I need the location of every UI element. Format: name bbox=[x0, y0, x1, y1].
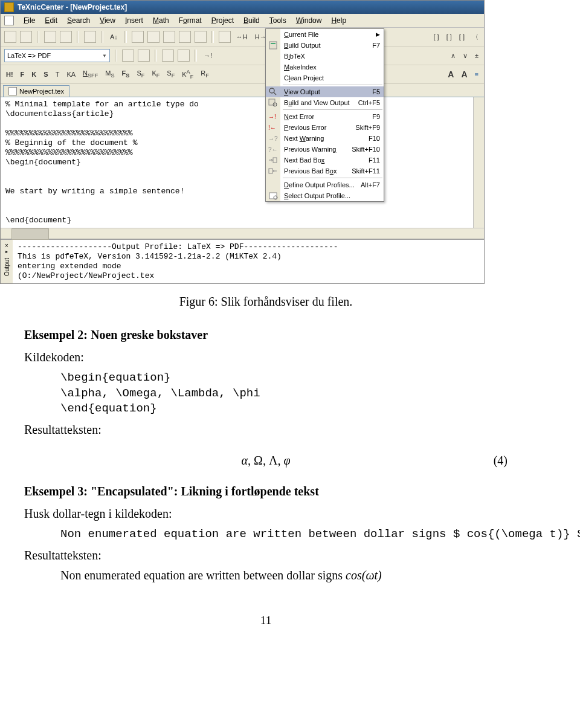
close-x-icon[interactable]: × bbox=[5, 242, 8, 249]
tool-find-icon[interactable] bbox=[4, 31, 16, 43]
equation-body: α, Ω, Λ, φ bbox=[242, 453, 291, 469]
equation-4: α, Ω, Λ, φ (4) bbox=[24, 453, 507, 469]
tool-view-output-icon[interactable] bbox=[162, 50, 174, 62]
math-rf[interactable]: RF bbox=[199, 69, 211, 79]
select-profile-icon bbox=[268, 191, 278, 201]
math-ms[interactable]: MS bbox=[103, 69, 116, 79]
tool-btn-b[interactable] bbox=[147, 31, 160, 43]
svg-rect-4 bbox=[269, 99, 275, 105]
tool-replace-icon[interactable] bbox=[44, 31, 56, 43]
output-tab-label: Output bbox=[4, 258, 10, 276]
output-profile-combo[interactable]: LaTeX => PDF ▼ bbox=[4, 49, 110, 62]
menu-window[interactable]: Window bbox=[291, 15, 327, 26]
tool-btn-e[interactable] bbox=[195, 31, 207, 43]
tool-pm-icon[interactable]: ± bbox=[473, 52, 480, 59]
tool-align-icon[interactable]: ≡ bbox=[473, 71, 480, 78]
menu-makeindex[interactable]: MakeIndex bbox=[266, 62, 384, 72]
tool-goto-icon[interactable] bbox=[60, 31, 72, 43]
scrollbar-vertical[interactable] bbox=[473, 97, 484, 228]
tool-build-all-icon[interactable] bbox=[138, 50, 150, 62]
output-panel[interactable]: --------------------Output Profile: LaTe… bbox=[13, 240, 484, 283]
menu-clean-project[interactable]: Clean Project bbox=[266, 72, 384, 83]
menu-build-and-view[interactable]: Build and View OutputCtrl+F5 bbox=[266, 97, 384, 108]
math-sf2[interactable]: SF bbox=[165, 69, 176, 79]
menu-next-error[interactable]: →! Next ErrorF9 bbox=[266, 111, 384, 122]
menu-tools[interactable]: Tools bbox=[265, 15, 291, 26]
editor-area[interactable]: % Minimal template for an article type d… bbox=[1, 97, 473, 228]
svg-text:!←: !← bbox=[268, 124, 276, 131]
chevron-down-icon: ▼ bbox=[102, 53, 107, 59]
tool-vee-icon[interactable]: ∨ bbox=[461, 52, 469, 60]
tool-btn-c[interactable] bbox=[163, 31, 175, 43]
tool-next-err-icon[interactable]: →! bbox=[202, 52, 214, 59]
file-tab-label: NewProject.tex bbox=[19, 88, 64, 95]
math-s[interactable]: S bbox=[42, 71, 50, 78]
tool-arrow-h1[interactable]: ↔H bbox=[234, 33, 250, 40]
menu-select-profile[interactable]: Select Output Profile... bbox=[266, 190, 384, 201]
menu-format[interactable]: Format bbox=[174, 15, 207, 26]
scrollbar-horizontal[interactable] bbox=[1, 228, 484, 239]
menu-next-badbox[interactable]: Next Bad BoxF11 bbox=[266, 155, 384, 166]
menu-prev-error[interactable]: !← Previous ErrorSkift+F9 bbox=[266, 122, 384, 133]
math-t[interactable]: T bbox=[54, 71, 62, 78]
menu-build-output[interactable]: Build OutputF7 bbox=[266, 40, 384, 51]
next-warning-icon: →? bbox=[268, 134, 278, 143]
menubar[interactable]: File Edit Search View Insert Math Format… bbox=[1, 14, 484, 28]
tool-wedge-icon[interactable]: ∧ bbox=[449, 52, 457, 60]
menu-view[interactable]: View bbox=[95, 15, 120, 26]
tool-build-view-icon[interactable] bbox=[178, 50, 190, 62]
math-kf[interactable]: KF bbox=[150, 69, 161, 79]
menu-prev-warning[interactable]: ?← Previous WarningSkift+F10 bbox=[266, 144, 384, 155]
math-ka[interactable]: KA bbox=[65, 71, 77, 78]
tab-bar: NewProject.tex bbox=[1, 84, 484, 97]
tool-angle-icon[interactable]: 〈 bbox=[470, 33, 480, 42]
menu-view-output[interactable]: View OutputF5 bbox=[266, 86, 384, 97]
prev-badbox-icon bbox=[268, 166, 278, 176]
scrollbar-thumb[interactable] bbox=[11, 228, 49, 240]
menu-current-file[interactable]: Current File▶ bbox=[266, 29, 384, 40]
menu-insert[interactable]: Insert bbox=[120, 15, 148, 26]
tool-bracket-1[interactable]: [ ] bbox=[431, 33, 440, 40]
tool-btn-f[interactable] bbox=[219, 31, 231, 43]
tool-find-next-icon[interactable] bbox=[20, 31, 32, 43]
next-badbox-icon bbox=[268, 155, 278, 165]
math-k[interactable]: K bbox=[30, 71, 38, 78]
math-f[interactable]: F bbox=[19, 71, 27, 78]
svg-rect-1 bbox=[271, 43, 276, 44]
math-fs[interactable]: FS bbox=[120, 69, 132, 79]
tool-bracket-2[interactable]: [ ] bbox=[445, 33, 454, 40]
math-kaf[interactable]: KAF bbox=[180, 69, 195, 80]
menu-search[interactable]: Search bbox=[62, 15, 95, 26]
tool-btn-d[interactable] bbox=[179, 31, 191, 43]
math-sf[interactable]: SF bbox=[135, 69, 146, 79]
menu-edit[interactable]: Edit bbox=[40, 15, 62, 26]
example-2-heading: Eksempel 2: Noen greske bokstaver bbox=[24, 327, 507, 343]
toolbar-2: LaTeX => PDF ▼ →! ∧ ∨ ± bbox=[1, 47, 484, 65]
math-nsff[interactable]: NSFF bbox=[81, 69, 100, 79]
tool-bracket-3[interactable]: [ ] bbox=[457, 33, 466, 40]
tool-build-icon[interactable] bbox=[122, 50, 134, 62]
tool-btn-a[interactable] bbox=[132, 31, 144, 43]
tool-big-a2[interactable]: A bbox=[459, 69, 469, 79]
husk-label: Husk dollar-tegn i kildekoden: bbox=[24, 506, 507, 522]
menu-help[interactable]: Help bbox=[326, 15, 351, 26]
menu-prev-badbox[interactable]: Previous Bad BoxSkift+F11 bbox=[266, 166, 384, 176]
menu-math[interactable]: Math bbox=[148, 15, 174, 26]
menu-project[interactable]: Project bbox=[207, 15, 239, 26]
menu-next-warning[interactable]: →? Next WarningF10 bbox=[266, 133, 384, 144]
menu-file[interactable]: File bbox=[19, 15, 40, 26]
math-h-excl[interactable]: H! bbox=[4, 71, 15, 78]
editor-area-wrap: % Minimal template for an article type d… bbox=[1, 97, 484, 228]
menu-bibtex[interactable]: BibTeX bbox=[266, 51, 384, 62]
menu-define-profiles[interactable]: Define Output Profiles...Alt+F7 bbox=[266, 179, 384, 190]
tool-insert-label[interactable]: A↓ bbox=[108, 33, 120, 40]
output-profile-value: LaTeX => PDF bbox=[7, 52, 51, 59]
file-tab[interactable]: NewProject.tex bbox=[3, 85, 69, 97]
menu-build[interactable]: Build bbox=[239, 15, 265, 26]
tool-find-files-icon[interactable] bbox=[84, 31, 96, 43]
collapse-icon[interactable]: ▸ bbox=[5, 249, 8, 254]
toolbar-math: H! F K S T KA NSFF MS FS SF KF SF KAF RF… bbox=[1, 65, 484, 84]
tool-big-a1[interactable]: A bbox=[446, 69, 456, 79]
system-menu-icon[interactable] bbox=[4, 16, 14, 25]
output-tab[interactable]: × ▸ Output bbox=[1, 240, 13, 283]
